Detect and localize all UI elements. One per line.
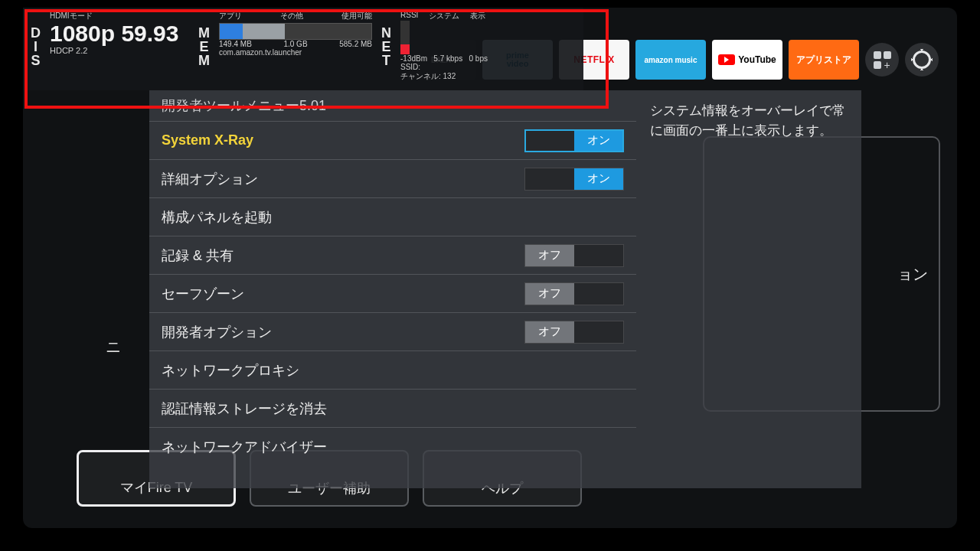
xray-section-memory: MEM xyxy=(198,11,210,67)
mem-other-label: その他 xyxy=(280,11,303,21)
apps-grid-button[interactable]: + xyxy=(865,43,899,77)
bg-text-fragment: ョン xyxy=(897,264,928,285)
app-tile-appstore[interactable]: アプリストア xyxy=(789,40,859,80)
net-system-label: システム xyxy=(429,11,459,21)
gear-icon xyxy=(913,51,931,69)
net-ssid: SSID: xyxy=(400,63,488,71)
dev-row-4[interactable]: セーフゾーンオフ xyxy=(149,274,636,312)
net-display-label: 表示 xyxy=(470,11,485,21)
xray-section-network: NET xyxy=(381,11,391,67)
mem-avail-value: 585.2 MB xyxy=(339,40,372,48)
dev-row-8[interactable]: ネットワークアドバイザー xyxy=(149,427,636,465)
mem-avail-label: 使用可能 xyxy=(341,11,372,21)
hdcp-version: HDCP 2.2 xyxy=(50,46,189,55)
app-tile-amazon-music[interactable]: amazon music xyxy=(635,40,706,80)
dev-panel-title: 開発者ツールメニュー5.01 xyxy=(149,90,636,121)
mem-app-value: 149.4 MB xyxy=(219,40,252,48)
memory-bar xyxy=(219,23,372,40)
dev-row-label: ネットワークアドバイザー xyxy=(162,438,327,456)
dev-row-label: 認証情報ストレージを消去 xyxy=(162,399,327,418)
dev-row-3[interactable]: 記録 & 共有オフ xyxy=(149,236,636,274)
settings-button[interactable] xyxy=(905,43,939,77)
app-tile-youtube[interactable]: YouTube xyxy=(712,40,782,80)
display-resolution: 1080p 59.93 xyxy=(50,21,189,46)
toggle[interactable]: オフ xyxy=(524,321,624,344)
net-values: -13dBm 5.7 kbps 0 bps xyxy=(400,54,488,63)
rssi-bar xyxy=(400,21,410,54)
dev-row-label: 開発者オプション xyxy=(162,323,272,341)
dev-row-2[interactable]: 構成パネルを起動 xyxy=(149,197,636,236)
youtube-icon xyxy=(718,54,735,65)
toggle[interactable]: オフ xyxy=(524,244,624,267)
dev-row-label: System X-Ray xyxy=(162,132,253,148)
bg-text-fragment-left: ニ xyxy=(106,337,121,357)
mem-total-value: 1.0 GB xyxy=(283,40,307,48)
hdmi-mode-label: HDMIモード xyxy=(50,11,189,21)
dev-row-label: セーフゾーン xyxy=(162,285,244,303)
toggle[interactable]: オン xyxy=(524,129,624,152)
dev-row-0[interactable]: System X-Rayオン xyxy=(149,121,636,159)
apps-grid-icon: + xyxy=(874,51,891,69)
net-channel: チャンネル: 132 xyxy=(400,71,488,82)
system-xray-overlay: DIS HDMIモード 1080p 59.93 HDCP 2.2 MEM アプリ… xyxy=(23,8,583,90)
dev-row-6[interactable]: ネットワークプロキシ xyxy=(149,350,636,389)
dev-row-label: 構成パネルを起動 xyxy=(162,208,272,227)
mem-app-label: アプリ xyxy=(219,11,242,21)
toggle[interactable]: オフ xyxy=(524,282,624,305)
toggle[interactable]: オン xyxy=(524,168,624,191)
dev-row-label: 詳細オプション xyxy=(162,170,258,188)
rssi-label: RSSI xyxy=(400,11,418,19)
dev-row-1[interactable]: 詳細オプションオン xyxy=(149,159,636,197)
dev-row-7[interactable]: 認証情報ストレージを消去 xyxy=(149,389,636,427)
dev-row-label: 記録 & 共有 xyxy=(162,246,234,265)
dev-row-label: ネットワークプロキシ xyxy=(162,361,299,380)
xray-section-display: DIS xyxy=(31,11,41,67)
dev-row-5[interactable]: 開発者オプションオフ xyxy=(149,312,636,350)
mem-package: com.amazon.tv.launcher xyxy=(219,48,372,57)
developer-tools-panel: 開発者ツールメニュー5.01 System X-Rayオン詳細オプションオン構成… xyxy=(149,90,861,488)
dev-panel-description: システム情報をオーバーレイで常に画面の一番上に表示します。 xyxy=(636,90,861,488)
